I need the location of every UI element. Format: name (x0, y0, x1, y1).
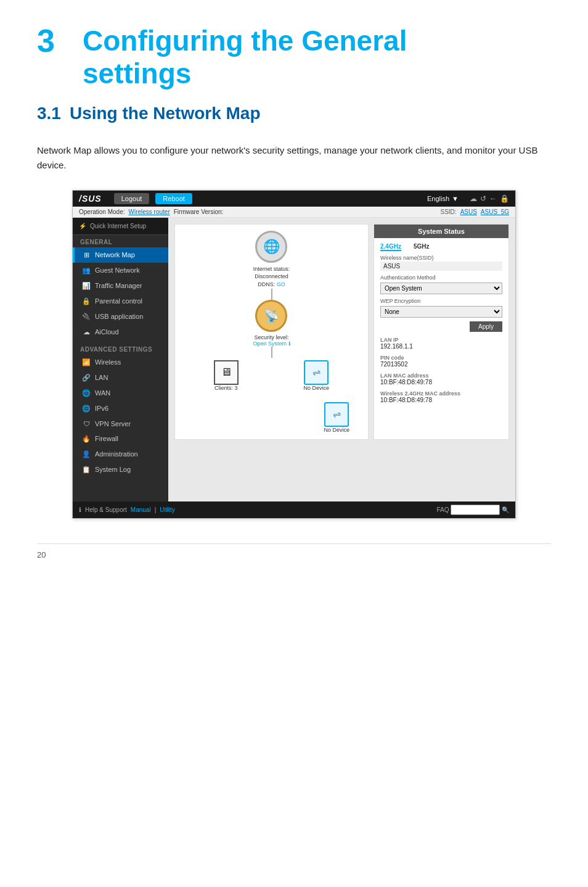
faq-search-input[interactable] (451, 505, 500, 515)
search-icon[interactable]: 🔍 (502, 506, 509, 513)
lan-mac-label: LAN MAC address (380, 373, 502, 379)
quick-setup-label: Quick Internet Setup (90, 223, 146, 229)
connector-line (271, 289, 272, 300)
op-mode-label: Operation Mode: (79, 208, 125, 215)
sidebar-item-wan[interactable]: 🌐 WAN (73, 386, 168, 401)
sidebar-item-guest-network[interactable]: 👥 Guest Network (73, 263, 168, 278)
sidebar-label-ipv6: IPv6 (95, 405, 108, 412)
system-status-panel: System Status 2.4GHz 5GHz Wireless name(… (374, 224, 509, 440)
parental-control-icon: 🔒 (82, 297, 91, 305)
network-diagram-panel: 🌐 Internet status: Disconnected DDNS: GO (174, 224, 369, 440)
sidebar-item-usb-application[interactable]: 🔌 USB application (73, 309, 168, 324)
sidebar-item-aicloud[interactable]: ☁ AiCloud (73, 324, 168, 340)
section-title: Using the Network Map (70, 104, 261, 123)
sidebar-label-network-map: Network Map (95, 251, 135, 258)
auth-method-select[interactable]: Open System (380, 283, 502, 294)
logout-button[interactable]: Logout (114, 193, 150, 204)
ddns-go-link[interactable]: GO (277, 281, 285, 287)
frequency-row: 2.4GHz 5GHz (380, 243, 502, 251)
reboot-button[interactable]: Reboot (155, 193, 192, 204)
sidebar-label-wireless: Wireless (95, 358, 121, 366)
router-ui-screenshot: /SUS Logout Reboot English ▼ ☁ ↺ ← 🔒 Ope… (72, 190, 516, 519)
lan-mac-value: 10:BF:48:D8:49:78 (380, 379, 502, 386)
usb-icon-2: ⇌ (324, 402, 349, 427)
usb-icon-1: ⇌ (304, 360, 329, 385)
ssid-label: SSID: (441, 208, 457, 215)
wireless-mac-label: Wireless 2.4GHz MAC address (380, 390, 502, 397)
sidebar-label-firewall: Firewall (95, 435, 118, 442)
apply-button[interactable]: Apply (470, 321, 502, 332)
operation-mode-bar: Operation Mode: Wireless router Firmware… (73, 207, 515, 218)
wep-encryption-label: WEP Encryption (380, 298, 502, 304)
aicloud-icon: ☁ (82, 328, 91, 336)
ssid-24-link[interactable]: ASUS (460, 208, 477, 215)
cloud-icon[interactable]: ☁ (470, 194, 477, 203)
sidebar-item-lan[interactable]: 🔗 LAN (73, 370, 168, 386)
sidebar-item-ipv6[interactable]: 🌐 IPv6 (73, 401, 168, 416)
ipv6-icon: 🌐 (82, 405, 91, 413)
usb-application-icon: 🔌 (82, 313, 91, 321)
help-icon: ℹ (79, 506, 81, 513)
sidebar-item-traffic-manager[interactable]: 📊 Traffic Manager (73, 278, 168, 294)
chapter-title-line1: Configuring the General (83, 25, 407, 57)
page-number: 20 (37, 550, 46, 559)
back-icon[interactable]: ← (489, 194, 497, 203)
sidebar-label-system-log: System Log (95, 466, 131, 473)
vpn-server-icon: 🛡 (82, 420, 91, 427)
sidebar-label-aicloud: AiCloud (95, 328, 119, 336)
general-section-label: General (73, 235, 168, 247)
internet-status: Internet status: Disconnected DDNS: GO (253, 265, 290, 289)
refresh-icon[interactable]: ↺ (480, 194, 486, 203)
sidebar-item-wireless[interactable]: 📶 Wireless (73, 355, 168, 370)
network-map-main: 🌐 Internet status: Disconnected DDNS: GO (174, 224, 509, 440)
page-footer: 20 (37, 543, 551, 559)
sidebar: ⚡ Quick Internet Setup General ⊞ Network… (73, 218, 168, 501)
sidebar-item-firewall[interactable]: 🔥 Firewall (73, 431, 168, 447)
wireless-router-link[interactable]: Wireless router (129, 208, 170, 215)
freq-24-tab[interactable]: 2.4GHz (380, 243, 401, 251)
system-status-body: 2.4GHz 5GHz Wireless name(SSID) ASUS Aut… (374, 238, 508, 410)
ssid-5-link[interactable]: ASUS_5G (481, 208, 509, 215)
quick-setup-icon: ⚡ (79, 223, 86, 229)
sidebar-label-usb-application: USB application (95, 313, 143, 320)
wep-encryption-select[interactable]: None (380, 306, 502, 318)
chapter-heading: 3 Configuring the General settings (37, 25, 551, 90)
manual-link[interactable]: Manual (131, 506, 151, 513)
usb-device-2-wrapper: ⇌ No Device (324, 396, 349, 433)
sidebar-item-network-map[interactable]: ⊞ Network Map (73, 247, 168, 263)
sidebar-label-administration: Administration (95, 450, 138, 458)
lock-icon[interactable]: 🔒 (500, 194, 509, 203)
lan-icon: 🔗 (82, 374, 91, 382)
guest-network-icon: 👥 (82, 266, 91, 274)
sidebar-item-system-log[interactable]: 📋 System Log (73, 462, 168, 477)
security-open-system-link[interactable]: Open System ℹ (253, 340, 290, 347)
lan-ip-label: LAN IP (380, 337, 502, 343)
router-icon: 📡 (255, 300, 287, 332)
chapter-title-line2: settings (83, 57, 407, 90)
router-node: 📡 Security level: Open System ℹ (253, 300, 290, 347)
sidebar-item-vpn-server[interactable]: 🛡 VPN Server (73, 416, 168, 431)
section-number: 3.1 (37, 104, 61, 123)
wireless-icon: 📶 (82, 358, 91, 366)
quick-setup-item[interactable]: ⚡ Quick Internet Setup (73, 218, 168, 235)
firmware-label: Firmware Version: (174, 208, 224, 215)
lan-ip-value: 192.168.1.1 (380, 343, 502, 350)
chapter-number: 3 (37, 25, 68, 57)
sidebar-label-vpn-server: VPN Server (95, 420, 131, 427)
advanced-settings-label: Advanced Settings (73, 342, 168, 355)
security-level-label: Security level: Open System ℹ (253, 334, 290, 347)
utility-link[interactable]: Utility (160, 506, 174, 513)
ssid-field-value: ASUS (380, 262, 502, 271)
sidebar-item-administration[interactable]: 👤 Administration (73, 447, 168, 462)
top-bar: /SUS Logout Reboot English ▼ ☁ ↺ ← 🔒 (73, 191, 515, 207)
internet-globe-icon: 🌐 (255, 231, 287, 263)
auth-method-label: Authentication Method (380, 274, 502, 281)
pin-code-label: PIN code (380, 355, 502, 361)
language-selector[interactable]: English ▼ (427, 195, 459, 202)
sidebar-item-parental-control[interactable]: 🔒 Parental control (73, 294, 168, 309)
traffic-manager-icon: 📊 (82, 282, 91, 290)
firewall-icon: 🔥 (82, 435, 91, 443)
freq-5-tab[interactable]: 5GHz (414, 243, 430, 251)
sidebar-label-parental-control: Parental control (95, 297, 142, 305)
connector-line-2 (271, 347, 272, 358)
